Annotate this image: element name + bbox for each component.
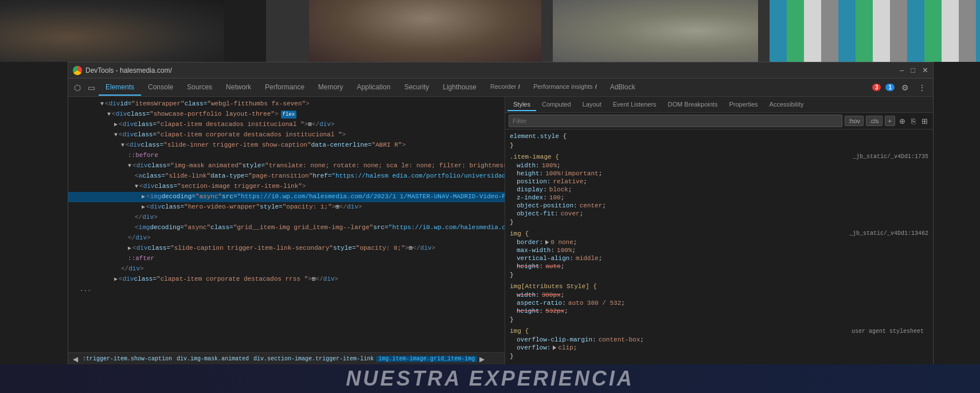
main-content: ▼ <div id="itemsWrapper" class="webgl-fi… bbox=[68, 97, 933, 365]
html-line[interactable]: ▼ <div class="showcase-portfolio layout-… bbox=[68, 109, 505, 120]
style-prop-width-strike[interactable]: width: 380px; bbox=[505, 291, 933, 299]
tab-adblock[interactable]: AdBlock bbox=[603, 80, 642, 96]
panel-tab-event-listeners[interactable]: Event Listeners bbox=[607, 99, 662, 111]
minimize-button[interactable]: – bbox=[900, 66, 904, 74]
html-line[interactable]: <img decoding="async" class="grid__item-… bbox=[68, 223, 505, 233]
html-line[interactable]: ▼ <div class="section-image trigger-item… bbox=[68, 182, 505, 192]
maximize-button[interactable]: □ bbox=[911, 66, 915, 74]
copy-styles-button[interactable]: ⎘ bbox=[909, 116, 917, 127]
style-prop-height[interactable]: height: 100%!important; bbox=[505, 170, 933, 178]
style-rule-element: element.style { } bbox=[505, 132, 933, 150]
window-controls: – □ ✕ bbox=[900, 66, 928, 74]
tab-lighthouse[interactable]: Lighthouse bbox=[436, 80, 483, 96]
device-toolbar-button[interactable]: ▭ bbox=[84, 81, 99, 95]
html-line-close[interactable]: </div> bbox=[68, 233, 505, 243]
expand-arrow[interactable]: ▶ bbox=[142, 203, 145, 212]
elements-tree[interactable]: ▼ <div id="itemsWrapper" class="webgl-fi… bbox=[68, 97, 505, 352]
tab-performance[interactable]: Performance bbox=[258, 80, 311, 96]
style-selector-img-ua[interactable]: img { user agent stylesheet bbox=[505, 327, 933, 336]
panel-tabs: Styles Computed Layout Event Listeners D… bbox=[505, 97, 933, 113]
panel-tab-accessibility[interactable]: Accessibility bbox=[764, 99, 810, 111]
new-style-button[interactable]: ⊕ bbox=[897, 116, 907, 127]
style-prop-width[interactable]: width: 100%; bbox=[505, 162, 933, 170]
expand-arrow[interactable]: ▼ bbox=[100, 100, 104, 109]
html-line[interactable]: ▼ <div class="slide-inner trigger-item s… bbox=[68, 140, 505, 151]
html-line[interactable]: ▼ <div class="clapat-item corporate dest… bbox=[68, 130, 505, 140]
style-selector-img-attrs[interactable]: img[Attributes Style] { bbox=[505, 282, 933, 291]
styles-content[interactable]: element.style { } .item-image { _jb_stat… bbox=[505, 129, 933, 365]
expand-arrow[interactable]: ▶ bbox=[128, 244, 131, 253]
breadcrumb-back[interactable]: ◀ bbox=[71, 355, 80, 363]
style-prop-aspect-ratio[interactable]: aspect-ratio: auto 380 / 532; bbox=[505, 299, 933, 307]
style-selector-item-image[interactable]: .item-image { _jb_static/_v4Dd1:1735 bbox=[505, 152, 933, 162]
tab-network[interactable]: Network bbox=[219, 80, 258, 96]
breadcrumb-forward[interactable]: ▶ bbox=[477, 355, 487, 363]
html-line[interactable]: ▼ <div class="img-mask animated" style="… bbox=[68, 161, 505, 171]
style-prop-overflow[interactable]: overflow: clip; bbox=[505, 344, 933, 352]
expand-arrow[interactable]: ▼ bbox=[128, 162, 131, 171]
style-prop-zindex[interactable]: z-index: 100; bbox=[505, 194, 933, 202]
html-line[interactable]: ▶ <div class="hero-video-wrapper" style=… bbox=[68, 202, 505, 213]
html-line[interactable]: ▶ <div class="slide-caption trigger-item… bbox=[68, 243, 505, 254]
html-line-before[interactable]: ::before bbox=[68, 151, 505, 161]
expand-arrow[interactable]: ▶ bbox=[114, 120, 118, 129]
style-prop-object-fit[interactable]: object-fit: cover; bbox=[505, 210, 933, 218]
style-prop-vertical-align[interactable]: vertical-align: middle; bbox=[505, 254, 933, 262]
cls-button[interactable]: .cls bbox=[866, 116, 883, 126]
style-prop-height-strike-2[interactable]: height: 532px; bbox=[505, 307, 933, 315]
breadcrumb-item-active[interactable]: img.item-image.grid_item-img bbox=[376, 356, 477, 362]
style-selector-img-1[interactable]: img { _jb_static/_v4Dd1:13462 bbox=[505, 229, 933, 238]
expand-arrow[interactable]: ▼ bbox=[107, 110, 111, 119]
more-button[interactable]: ⋮ bbox=[916, 82, 928, 93]
close-window-button[interactable]: ✕ bbox=[922, 66, 928, 74]
settings-button[interactable]: ⚙ bbox=[899, 82, 911, 93]
tab-sources[interactable]: Sources bbox=[180, 80, 219, 96]
html-line[interactable]: ▶ <div class="clapat-item corporate dest… bbox=[68, 274, 505, 285]
panel-tab-dom-breakpoints[interactable]: DOM Breakpoints bbox=[662, 99, 724, 111]
styles-panel: Styles Computed Layout Event Listeners D… bbox=[505, 97, 933, 365]
breadcrumb-item[interactable]: div.section-image.trigger-item-link bbox=[251, 356, 376, 362]
tab-recorder[interactable]: Recorder 𝙡 bbox=[483, 80, 526, 95]
style-selector-element[interactable]: element.style { bbox=[505, 132, 933, 141]
html-line[interactable]: <a class="slide-link" data-type="page-tr… bbox=[68, 171, 505, 182]
style-source[interactable]: _jb_static/_v4Dd1:1735 bbox=[848, 154, 928, 160]
panel-tab-computed[interactable]: Computed bbox=[536, 99, 577, 111]
tab-console[interactable]: Console bbox=[141, 80, 180, 96]
style-source[interactable]: _jb_static/_v4Dd1:13462 bbox=[845, 230, 928, 237]
tab-elements[interactable]: Elements bbox=[99, 80, 141, 96]
expand-arrow[interactable]: ▶ bbox=[142, 192, 145, 202]
website-bottom-text: NUESTRA EXPERIENCIA bbox=[346, 367, 634, 391]
style-prop-max-width[interactable]: max-width: 100%; bbox=[505, 246, 933, 254]
html-line-after[interactable]: ::after bbox=[68, 254, 505, 264]
style-close-brace: } bbox=[505, 270, 933, 280]
expand-arrow[interactable]: ▼ bbox=[135, 182, 138, 191]
expand-arrow[interactable]: ▶ bbox=[114, 275, 118, 284]
breadcrumb-item[interactable]: div.img-mask.animated bbox=[174, 356, 251, 362]
tab-security[interactable]: Security bbox=[397, 80, 436, 96]
tab-memory[interactable]: Memory bbox=[311, 80, 350, 96]
plus-button[interactable]: + bbox=[885, 116, 895, 126]
style-prop-position[interactable]: position: relative; bbox=[505, 178, 933, 186]
style-prop-display[interactable]: display: block; bbox=[505, 186, 933, 194]
inspect-element-button[interactable]: ⬡ bbox=[71, 81, 84, 95]
expand-arrow[interactable]: ▼ bbox=[121, 141, 124, 150]
style-prop-overflow-clip[interactable]: overflow-clip-margin: content-box; bbox=[505, 336, 933, 344]
html-line[interactable]: ▶ <div class="clapat-item destacados ins… bbox=[68, 120, 505, 130]
html-line[interactable]: ▼ <div id="itemsWrapper" class="webgl-fi… bbox=[68, 99, 505, 109]
style-prop-height-strike[interactable]: height: auto; bbox=[505, 262, 933, 270]
hov-button[interactable]: :hov bbox=[845, 116, 864, 126]
html-line-selected[interactable]: ▶ <img decoding="async" src="https://i0.… bbox=[68, 192, 505, 202]
expand-arrow[interactable]: ▼ bbox=[114, 131, 118, 140]
breadcrumb-item[interactable]: :trigger-item.show-caption bbox=[80, 356, 174, 362]
html-line-close[interactable]: </div> bbox=[68, 264, 505, 274]
panel-tab-styles[interactable]: Styles bbox=[507, 99, 536, 111]
tab-application[interactable]: Application bbox=[350, 80, 397, 96]
panel-tab-properties[interactable]: Properties bbox=[723, 99, 763, 111]
panel-tab-layout[interactable]: Layout bbox=[577, 99, 607, 111]
layout-button[interactable]: ⊞ bbox=[920, 116, 930, 127]
tab-performance-insights[interactable]: Performance insights 𝙡 bbox=[526, 80, 603, 95]
style-prop-border[interactable]: border: 0 none; bbox=[505, 238, 933, 246]
html-line-close[interactable]: </div> bbox=[68, 213, 505, 223]
style-prop-object-position[interactable]: object-position: center; bbox=[505, 202, 933, 210]
filter-input[interactable] bbox=[509, 115, 842, 127]
